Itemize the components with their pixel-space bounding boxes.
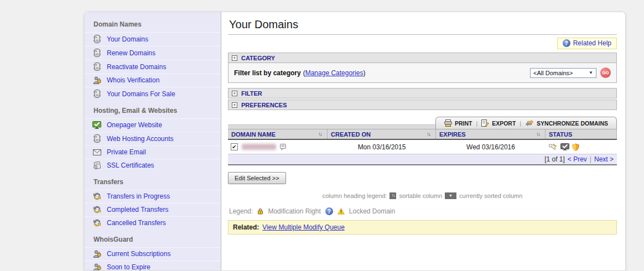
print-icon bbox=[444, 119, 452, 127]
content-card: Domain Names Your Domains Renew Domains … bbox=[84, 12, 626, 271]
manage-categories-link[interactable]: Manage Categories bbox=[305, 69, 363, 77]
synchronize-domains-button[interactable]: SYNCHRONIZE DOMAINS bbox=[521, 120, 612, 127]
sidebar-item-whois-verification[interactable]: Whois Verification bbox=[85, 74, 221, 87]
sidebar-item-label: Your Domains For Sale bbox=[107, 90, 175, 98]
page-info: [1 of 1] bbox=[544, 155, 565, 163]
server-icon bbox=[92, 134, 102, 143]
page-title: Your Domains bbox=[228, 17, 617, 35]
sidebar-item-label: Soon to Expire bbox=[107, 263, 150, 271]
sidebar-item-soon-to-expire[interactable]: Soon to Expire bbox=[85, 260, 221, 271]
status-legend: Legend: Modification Right ? Locked Doma… bbox=[228, 207, 617, 215]
filter-expander-bar[interactable]: + FILTER bbox=[228, 88, 617, 98]
next-page-link[interactable]: Next > bbox=[594, 155, 614, 163]
sidebar-item-completed-transfers[interactable]: Completed Transfers bbox=[85, 203, 221, 216]
sort-icon[interactable]: ↑↓ bbox=[427, 131, 432, 137]
sidebar-item-label: Whois Verification bbox=[107, 76, 159, 84]
toolbar-tabs: PRINT | EXPORT | SYNCHRONIZE DOMAINS bbox=[435, 117, 617, 129]
row-checkbox[interactable]: ✔ bbox=[231, 143, 238, 150]
pagination-separator: | bbox=[590, 155, 591, 163]
table-row: ✔ Mon 03/16/2015 Wed 03/16/2016 bbox=[228, 140, 617, 154]
preferences-expander-bar[interactable]: + PREFERENCES bbox=[228, 100, 617, 110]
sort-icon[interactable]: ↑↓ bbox=[318, 131, 324, 137]
header-created-on: CREATED ON ↑↓ bbox=[328, 129, 436, 139]
domain-cell: ✔ bbox=[228, 143, 328, 150]
whoisguard-shield-icon bbox=[572, 143, 579, 151]
page-background: Domain Names Your Domains Renew Domains … bbox=[0, 0, 644, 271]
sidebar-item-your-domains[interactable]: Your Domains bbox=[85, 32, 221, 46]
sidebar-section-transfers: Transfers bbox=[85, 172, 221, 190]
sidebar-section-domain-names: Domain Names bbox=[85, 14, 221, 32]
sidebar-item-private-email[interactable]: Private Email bbox=[85, 145, 221, 159]
created-on-cell: Mon 03/16/2015 bbox=[328, 143, 436, 151]
person-lock-icon bbox=[92, 250, 102, 258]
related-label: Related: bbox=[233, 223, 259, 231]
header-label: EXPIRES bbox=[439, 131, 466, 138]
header-label: DOMAIN NAME bbox=[231, 131, 276, 138]
sidebar-item-current-subscriptions[interactable]: Current Subscriptions bbox=[85, 247, 221, 260]
person-lock-icon bbox=[92, 76, 102, 84]
sidebar-item-domains-for-sale[interactable]: Your Domains For Sale bbox=[85, 87, 221, 101]
edit-selected-button[interactable]: Edit Selected >> bbox=[228, 172, 286, 184]
modification-right-label: Modification Right bbox=[268, 207, 320, 215]
pagination-bar: [1 of 1] < Prev | Next > bbox=[228, 154, 617, 165]
category-expander-bar[interactable]: + CATEGORY bbox=[228, 53, 617, 63]
column-heading-legend: column heading legend: ↑↓ sortable colum… bbox=[228, 192, 617, 199]
sidebar-section-hosting: Hosting, Email & Websites bbox=[85, 101, 221, 118]
main-content: Your Domains ? Related Help + CATEGORY F… bbox=[221, 12, 625, 270]
go-button[interactable]: GO bbox=[600, 67, 611, 78]
table-header: DOMAIN NAME ↑↓ CREATED ON ↑↓ EXPIRES ↑↓ … bbox=[228, 129, 617, 140]
export-icon bbox=[481, 119, 489, 127]
sidebar-item-web-hosting[interactable]: Web Hosting Accounts bbox=[85, 132, 221, 145]
help-row: ? Related Help bbox=[228, 35, 617, 53]
sidebar-item-renew-domains[interactable]: Renew Domains bbox=[85, 46, 221, 60]
sidebar-item-label: Cancelled Transfers bbox=[107, 219, 166, 227]
note-icon[interactable] bbox=[280, 144, 286, 150]
ssl-certificate-icon bbox=[92, 161, 102, 169]
header-label: CREATED ON bbox=[331, 131, 371, 138]
server-icon bbox=[92, 62, 102, 71]
sidebar-item-label: Current Subscriptions bbox=[107, 250, 170, 258]
expand-plus-icon[interactable]: + bbox=[232, 55, 237, 61]
sidebar-item-transfers-in-progress[interactable]: Transfers in Progress bbox=[85, 190, 221, 203]
sidebar-item-ssl-certificates[interactable]: SSL Certificates bbox=[85, 159, 221, 172]
category-bar-label: CATEGORY bbox=[241, 55, 275, 61]
sidebar-item-cancelled-transfers[interactable]: Cancelled Transfers bbox=[85, 216, 221, 230]
sidebar-item-reactivate-domains[interactable]: Reactivate Domains bbox=[85, 60, 221, 74]
prev-page-link[interactable]: < Prev bbox=[568, 155, 587, 163]
related-help-button[interactable]: ? Related Help bbox=[557, 38, 617, 49]
print-button[interactable]: PRINT bbox=[440, 119, 476, 127]
header-domain-name: DOMAIN NAME ↑↓ bbox=[228, 129, 328, 139]
column-legend-prefix: column heading legend: bbox=[323, 192, 387, 199]
sidebar-item-onepager-website[interactable]: Onepager Website bbox=[85, 118, 221, 132]
warning-icon bbox=[337, 208, 345, 215]
person-lock-icon bbox=[92, 263, 102, 271]
sidebar-item-label: SSL Certificates bbox=[107, 161, 154, 169]
sidebar-item-label: Reactivate Domains bbox=[107, 63, 166, 71]
related-help-label: Related Help bbox=[573, 39, 611, 47]
expand-plus-icon[interactable]: + bbox=[232, 102, 237, 108]
modification-key-icon bbox=[548, 143, 558, 150]
category-dropdown-value: <All Domains> bbox=[533, 70, 573, 76]
transfer-icon bbox=[92, 219, 102, 227]
sortable-legend-icon: ↑↓ bbox=[389, 192, 396, 199]
transfer-icon bbox=[92, 206, 102, 213]
sidebar-item-label: Transfers in Progress bbox=[107, 192, 170, 200]
sort-icon[interactable]: ↑↓ bbox=[536, 131, 542, 137]
print-label: PRINT bbox=[455, 120, 472, 127]
header-label: STATUS bbox=[549, 131, 572, 138]
view-multiple-modify-queue-link[interactable]: View Multiple Modify Queue bbox=[262, 223, 345, 231]
expand-plus-icon[interactable]: + bbox=[232, 91, 237, 96]
related-bar: Related: View Multiple Modify Queue bbox=[228, 220, 617, 234]
legend-label: Legend: bbox=[229, 207, 253, 215]
sidebar-item-label: Your Domains bbox=[107, 35, 148, 43]
sidebar-item-label: Onepager Website bbox=[107, 121, 162, 129]
category-dropdown[interactable]: <All Domains> ▼ bbox=[530, 68, 596, 78]
sidebar-item-label: Web Hosting Accounts bbox=[107, 135, 174, 143]
domain-name-redacted bbox=[242, 144, 276, 150]
preferences-bar-label: PREFERENCES bbox=[241, 102, 287, 108]
table-toolbar: PRINT | EXPORT | SYNCHRONIZE DOMAINS bbox=[228, 113, 617, 129]
export-button[interactable]: EXPORT bbox=[477, 119, 520, 127]
locked-domain-label: Locked Domain bbox=[349, 207, 395, 215]
category-filter-row: Filter list by category (Manage Categori… bbox=[228, 63, 617, 83]
question-icon[interactable]: ? bbox=[325, 207, 333, 215]
